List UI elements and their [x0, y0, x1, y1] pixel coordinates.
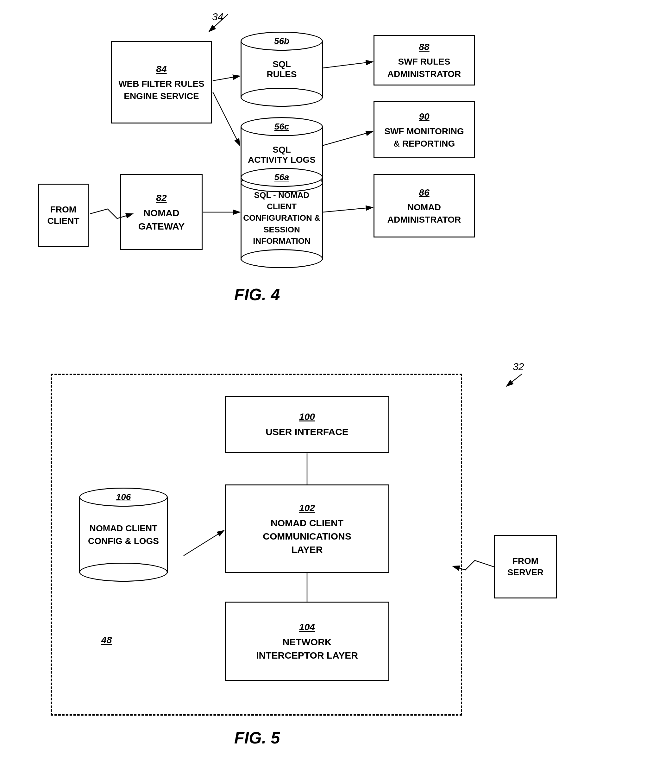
svg-line-6 — [322, 62, 373, 68]
from-server-box: FROM SERVER — [494, 535, 557, 599]
svg-line-5 — [213, 92, 240, 146]
ref-100: 100 — [299, 410, 315, 423]
ref-82: 82 — [156, 191, 166, 205]
cyl-56a: 56a SQL - NOMADCLIENT CONFIGURATION &SES… — [241, 168, 323, 260]
ref-90: 90 — [419, 110, 429, 123]
fig5-area: 48 32 FROM SERVER 100 USER INTERFACE 102… — [19, 348, 652, 766]
box-100-label: USER INTERFACE — [265, 425, 349, 439]
cyl-56a-label: SQL - NOMADCLIENT CONFIGURATION &SESSION… — [242, 189, 322, 247]
svg-line-8 — [323, 207, 373, 212]
box-82: 82 NOMADGATEWAY — [120, 174, 203, 250]
ref-84: 84 — [156, 62, 166, 76]
box-90-label: SWF MONITORING& REPORTING — [384, 125, 464, 150]
cyl-106-label: NOMAD CLIENTCONFIG & LOGS — [88, 522, 159, 547]
box-88: 88 SWF RULESADMINISTRATOR — [374, 35, 475, 86]
cyl-56b-label: SQLRULES — [267, 59, 297, 79]
ref-86: 86 — [419, 186, 429, 199]
cyl-56b: 56b SQLRULES — [241, 32, 323, 98]
ref-106: 106 — [116, 492, 131, 502]
box-84-label: WEB FILTER RULESENGINE SERVICE — [118, 78, 205, 102]
cyl-56c-label: SQLACTIVITY LOGS — [248, 145, 316, 165]
box-86: 86 NOMADADMINISTRATOR — [374, 174, 475, 238]
svg-line-4 — [213, 76, 240, 81]
ref-104: 104 — [299, 620, 315, 634]
box-100: 100 USER INTERFACE — [225, 396, 390, 453]
fig4-area: 34 FROM CLIENT 82 NOMADGATEWAY 84 WEB FI… — [19, 9, 652, 310]
box-102-label: NOMAD CLIENTCOMMUNICATIONSLAYER — [263, 516, 351, 556]
svg-line-7 — [322, 131, 373, 146]
from-client-label: FROM CLIENT — [47, 204, 79, 227]
box-88-label: SWF RULESADMINISTRATOR — [388, 55, 461, 80]
box-86-label: NOMADADMINISTRATOR — [388, 201, 461, 226]
from-client-box: FROM CLIENT — [38, 184, 88, 247]
ref-56a: 56a — [275, 172, 289, 182]
svg-line-12 — [506, 373, 522, 386]
box-104: 104 NETWORKINTERCEPTOR LAYER — [225, 602, 390, 681]
ref-56b: 56b — [274, 36, 289, 46]
box-90: 90 SWF MONITORING& REPORTING — [374, 101, 475, 158]
box-82-label: NOMADGATEWAY — [138, 207, 185, 233]
ref-48: 48 — [101, 635, 112, 645]
box-104-label: NETWORKINTERCEPTOR LAYER — [256, 636, 358, 662]
label-48: 48 — [101, 633, 112, 646]
fig5-label: FIG. 5 — [234, 728, 280, 747]
box-102: 102 NOMAD CLIENTCOMMUNICATIONSLAYER — [225, 484, 390, 573]
ref-56c: 56c — [275, 121, 289, 132]
ref-34: 34 — [212, 11, 223, 23]
ref-32: 32 — [513, 361, 524, 373]
ref-88: 88 — [419, 40, 429, 53]
from-server-label: FROM SERVER — [507, 555, 544, 579]
ref-102: 102 — [299, 501, 315, 515]
cyl-106: 106 NOMAD CLIENTCONFIG & LOGS — [79, 488, 168, 573]
diagram-container: 34 FROM CLIENT 82 NOMADGATEWAY 84 WEB FI… — [0, 0, 672, 784]
fig4-label: FIG. 4 — [234, 285, 280, 304]
box-84: 84 WEB FILTER RULESENGINE SERVICE — [111, 41, 212, 123]
